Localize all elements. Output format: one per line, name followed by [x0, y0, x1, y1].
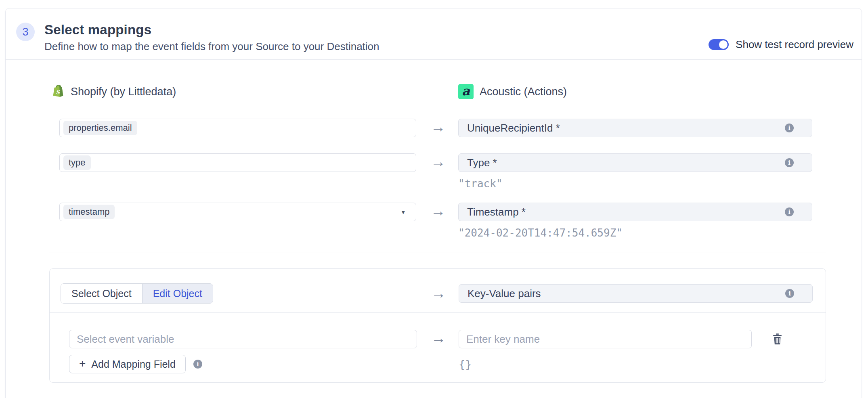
test-record-preview-value: "track" [458, 178, 827, 189]
divider [49, 393, 826, 393]
partner-headers: S Shopify (by Littledata) a Acoustic (Ac… [49, 84, 826, 99]
toggle-knob [719, 40, 728, 49]
destination-field-label: Timestamp * [467, 206, 785, 218]
page-subtitle: Define how to map the event fields from … [44, 40, 379, 52]
plus-icon: + [79, 358, 86, 369]
key-name-input[interactable] [459, 330, 752, 348]
step-number-badge: 3 [16, 23, 35, 41]
svg-text:S: S [56, 89, 60, 95]
tab-edit-object[interactable]: Edit Object [142, 284, 213, 303]
select-mappings-page: 3 Select mappings Define how to map the … [0, 0, 868, 398]
info-icon[interactable]: i [785, 158, 794, 167]
info-icon[interactable]: i [785, 207, 794, 216]
arrow-right-icon: → [418, 153, 458, 170]
page-title: Select mappings [44, 22, 379, 38]
mapping-row: timestamp ▾ → Timestamp * i "2024-02-20T… [49, 203, 826, 238]
tab-select-object[interactable]: Select Object [61, 284, 142, 303]
source-field-token[interactable]: type [63, 155, 91, 170]
object-mode-segmented-control: Select Object Edit Object [61, 283, 213, 304]
test-record-toggle-group: Show test record preview [709, 38, 853, 51]
source-partner: S Shopify (by Littledata) [51, 84, 418, 99]
divider [49, 253, 826, 253]
destination-field: Type * i [458, 153, 812, 172]
destination-field-label: Type * [467, 157, 785, 169]
arrow-right-icon: → [418, 285, 459, 302]
mappings-card: 3 Select mappings Define how to map the … [5, 8, 862, 398]
chevron-down-icon[interactable]: ▾ [401, 208, 405, 216]
mappings-content: S Shopify (by Littledata) a Acoustic (Ac… [6, 60, 862, 393]
info-icon[interactable]: i [785, 124, 794, 132]
toggle-label: Show test record preview [736, 38, 853, 51]
card-header: 3 Select mappings Define how to map the … [6, 8, 862, 60]
object-preview-value: {} [459, 358, 472, 371]
info-icon[interactable]: i [193, 360, 202, 369]
object-header-row: Select Object Edit Object → Key-Value pa… [50, 283, 826, 304]
add-mapping-field-button[interactable]: + Add Mapping Field [69, 355, 186, 373]
arrow-right-icon: → [418, 330, 459, 347]
source-field-token[interactable]: properties.email [63, 121, 137, 135]
destination-field-label: UniqueRecipientId * [467, 122, 785, 134]
test-record-preview-value: "2024-02-20T14:47:54.659Z" [458, 228, 827, 238]
source-field-input[interactable]: type [59, 153, 416, 172]
destination-field: Timestamp * i [458, 203, 812, 221]
add-mapping-field-label: Add Mapping Field [91, 358, 175, 370]
info-icon[interactable]: i [785, 289, 794, 298]
object-mapping-card: Select Object Edit Object → Key-Value pa… [49, 268, 826, 383]
mapping-row: properties.email → UniqueRecipientId * i [49, 119, 826, 137]
source-partner-name: Shopify (by Littledata) [71, 86, 176, 98]
mapping-row: type → Type * i "track" [49, 153, 826, 189]
key-value-row: → [50, 330, 826, 348]
destination-field: UniqueRecipientId * i [458, 119, 812, 137]
shopify-icon: S [51, 84, 65, 99]
destination-field: Key-Value pairs i [459, 284, 813, 303]
arrow-right-icon: → [418, 119, 458, 136]
show-test-record-toggle[interactable] [709, 39, 729, 50]
source-field-input[interactable]: properties.email [59, 119, 416, 137]
acoustic-logo-icon: a [458, 84, 474, 99]
source-field-token[interactable]: timestamp [63, 205, 115, 219]
source-field-input[interactable]: timestamp ▾ [59, 203, 416, 221]
delete-row-button[interactable] [772, 333, 783, 345]
object-actions-row: + Add Mapping Field i {} [50, 355, 826, 373]
destination-partner-name: Acoustic (Actions) [480, 86, 567, 98]
select-event-variable-input[interactable] [69, 330, 417, 348]
header-text: Select mappings Define how to map the ev… [44, 22, 379, 52]
destination-field-label: Key-Value pairs [468, 287, 785, 300]
destination-partner: a Acoustic (Actions) [458, 84, 827, 99]
divider [50, 312, 826, 313]
arrow-right-icon: → [418, 203, 458, 220]
trash-icon [772, 333, 783, 345]
